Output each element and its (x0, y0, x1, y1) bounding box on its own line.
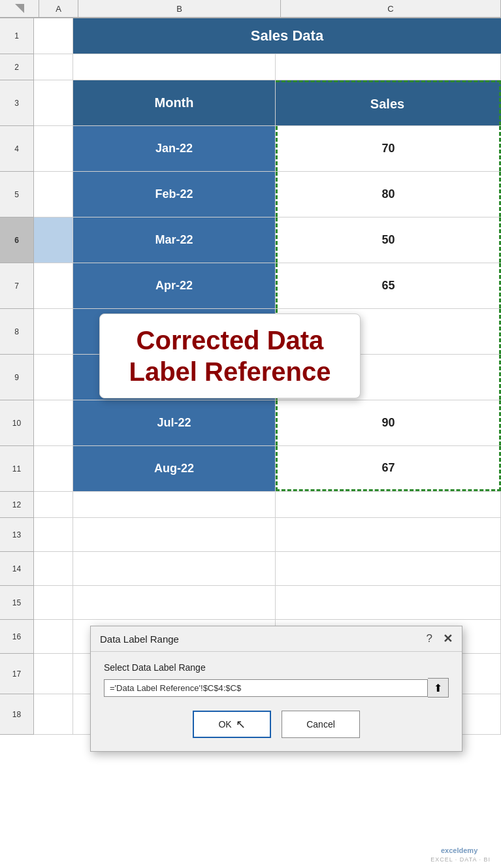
row-num-11: 11 (0, 446, 34, 492)
sales-jul22: 90 (276, 400, 501, 445)
dialog-input-row: ⬆ (104, 678, 449, 698)
row-13 (34, 518, 501, 552)
dialog-controls: ? ✕ (427, 632, 453, 646)
dialog-title: Data Label Range (100, 634, 179, 645)
cell-3a (34, 80, 73, 125)
month-apr22: Apr-22 (73, 263, 276, 308)
row-11: Aug-22 67 (34, 446, 501, 492)
svg-marker-0 (15, 4, 24, 13)
corner-cell (0, 0, 39, 18)
sales-aug22: 67 (276, 446, 501, 491)
month-mar22: Mar-22 (73, 217, 276, 263)
row-1: Sales Data (34, 18, 501, 54)
cell-14b (73, 552, 276, 585)
row-num-16: 16 (0, 620, 34, 654)
cell-13c (276, 518, 501, 551)
row-num-7: 7 (0, 263, 34, 309)
dialog-range-input[interactable] (104, 679, 428, 697)
spreadsheet: A B C 1 2 3 4 5 6 7 8 9 10 11 12 13 14 1… (0, 0, 501, 868)
cell-5a (34, 172, 73, 217)
row-num-9: 9 (0, 355, 34, 400)
dialog-body: Select Data Label Range ⬆ OK ↖ Cancel (91, 652, 462, 751)
cell-10a (34, 400, 73, 445)
col-header-c: C (281, 0, 501, 18)
row-3: Month Sales (34, 80, 501, 126)
sales-feb22: 80 (276, 172, 501, 217)
cell-2b (73, 54, 276, 80)
ok-button[interactable]: OK ↖ (193, 711, 271, 738)
sales-mar22: 50 (276, 217, 501, 263)
dialog-close-button[interactable]: ✕ (443, 632, 453, 646)
row-num-10: 10 (0, 400, 34, 446)
row-7: Apr-22 65 (34, 263, 501, 309)
dialog-range-select-button[interactable]: ⬆ (428, 678, 449, 698)
cell-15b (73, 586, 276, 619)
cell-12c (276, 492, 501, 517)
dialog-field-label: Select Data Label Range (104, 662, 449, 673)
cell-13b (73, 518, 276, 551)
range-select-icon: ⬆ (434, 682, 442, 694)
row-14 (34, 552, 501, 586)
row-10: Jul-22 90 (34, 400, 501, 446)
cell-2c (276, 54, 501, 80)
row-num-17: 17 (0, 654, 34, 694)
header-sales: Sales (276, 80, 501, 125)
month-jan22: Jan-22 (73, 126, 276, 171)
cell-4a (34, 126, 73, 171)
svg-text:exceldemy: exceldemy (441, 846, 478, 854)
dialog-help-button[interactable]: ? (427, 632, 432, 645)
cell-11a (34, 446, 73, 491)
annotation-text: Corrected Data Label Reference (116, 325, 344, 387)
sales-data-title: Sales Data (73, 18, 501, 54)
row-4: Jan-22 70 (34, 126, 501, 172)
row-num-6[interactable]: 6 (0, 217, 34, 263)
row-12 (34, 492, 501, 518)
watermark-tagline: EXCEL · DATA · BI (430, 856, 491, 863)
cursor-icon: ↖ (236, 717, 246, 731)
sales-jan22: 70 (276, 126, 501, 171)
cell-15a (34, 586, 73, 619)
cell-14a (34, 552, 73, 585)
month-feb22: Feb-22 (73, 172, 276, 217)
row-num-8: 8 (0, 309, 34, 355)
row-num-1: 1 (0, 18, 34, 54)
cancel-button[interactable]: Cancel (282, 711, 360, 738)
cell-16a (34, 620, 73, 653)
cell-1a (34, 18, 73, 54)
header-month: Month (73, 80, 276, 125)
cell-9a (34, 355, 73, 400)
cell-8a (34, 309, 73, 354)
cell-14c (276, 552, 501, 585)
column-headers: A B C (0, 0, 501, 18)
col-header-b: B (78, 0, 281, 18)
watermark-logo-icon: exceldemy (441, 844, 480, 856)
dialog-buttons: OK ↖ Cancel (104, 711, 449, 738)
watermark: exceldemy EXCEL · DATA · BI (430, 844, 491, 863)
row-num-5: 5 (0, 172, 34, 217)
cell-18a (34, 694, 73, 734)
cell-7a (34, 263, 73, 308)
col-header-a: A (39, 0, 78, 18)
dialog-box: Data Label Range ? ✕ Select Data Label R… (90, 626, 462, 752)
month-aug22: Aug-22 (73, 446, 276, 491)
cell-17a (34, 654, 73, 694)
row-15 (34, 586, 501, 620)
month-jul22: Jul-22 (73, 400, 276, 445)
cell-15c (276, 586, 501, 619)
cell-12a (34, 492, 73, 517)
annotation-box: Corrected Data Label Reference (99, 313, 361, 398)
row-5: Feb-22 80 (34, 172, 501, 217)
row-num-2: 2 (0, 54, 34, 80)
row-num-3: 3 (0, 80, 34, 126)
row-num-15: 15 (0, 586, 34, 620)
row-num-14: 14 (0, 552, 34, 586)
cell-12b (73, 492, 276, 517)
sales-apr22: 65 (276, 263, 501, 308)
row-6: Mar-22 50 (34, 217, 501, 263)
row-num-13: 13 (0, 518, 34, 552)
dialog-titlebar: Data Label Range ? ✕ (91, 626, 462, 652)
row-2 (34, 54, 501, 80)
cell-2a (34, 54, 73, 80)
row-numbers: 1 2 3 4 5 6 7 8 9 10 11 12 13 14 15 16 1… (0, 18, 34, 868)
cell-13a (34, 518, 73, 551)
